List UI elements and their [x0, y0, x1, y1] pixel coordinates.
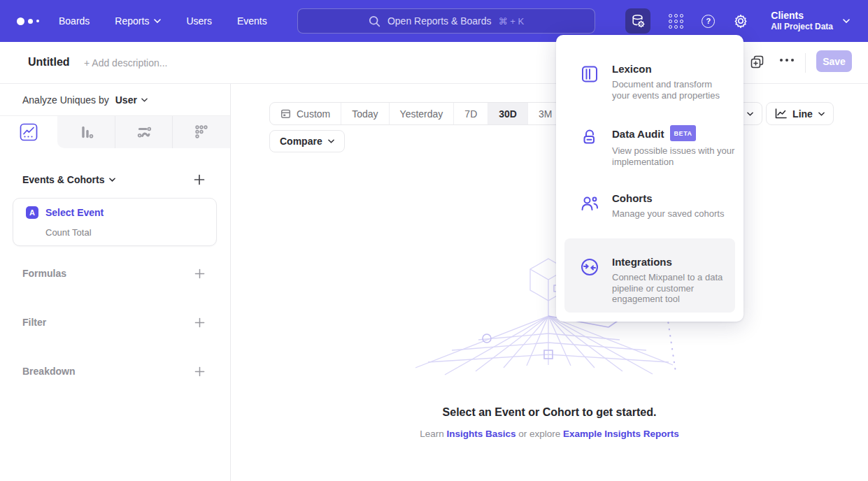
add-breakdown-button[interactable]	[194, 366, 205, 377]
example-reports-link[interactable]: Example Insights Reports	[563, 429, 679, 439]
empty-state-title: Select an Event or Cohort to get started…	[231, 406, 868, 419]
nav-boards[interactable]: Boards	[59, 15, 90, 27]
data-audit-icon	[580, 127, 599, 147]
global-search-input[interactable]: Open Reports & Boards ⌘ + K	[297, 8, 595, 34]
analyze-by-dropdown[interactable]: User	[115, 94, 148, 106]
menu-item-lexicon[interactable]: Lexicon Document and transform your even…	[564, 63, 735, 101]
filter-label: Filter	[22, 317, 46, 328]
calendar-icon	[280, 108, 291, 119]
menu-item-description: Document and transform your events and p…	[612, 79, 720, 101]
date-range-30d[interactable]: 30D	[488, 103, 527, 124]
header-divider	[805, 53, 806, 73]
chevron-down-icon	[109, 178, 115, 182]
formulas-section: Formulas	[0, 266, 230, 280]
chart-type-dropdown[interactable]: Line	[766, 102, 834, 125]
duplicate-icon[interactable]	[750, 55, 764, 69]
menu-item-description: Manage your saved cohorts	[612, 208, 724, 220]
menu-item-data-audit[interactable]: Data Audit BETA View possible issues wit…	[564, 126, 735, 167]
search-shortcut: ⌘ + K	[499, 16, 525, 27]
report-title[interactable]: Untitled	[28, 56, 70, 69]
empty-state-subtitle: Learn Insights Basics or explore Example…	[231, 429, 868, 439]
metrics-dots-icon	[193, 124, 210, 141]
bar-chart-tab[interactable]	[57, 116, 115, 148]
data-management-button[interactable]	[625, 8, 650, 34]
project-name: All Project Data	[771, 22, 833, 32]
menu-item-cohorts[interactable]: Cohorts Manage your saved cohorts	[564, 192, 735, 220]
flow-chart-tab[interactable]	[115, 116, 172, 148]
insights-basics-link[interactable]: Insights Basics	[446, 429, 515, 439]
mixpanel-logo[interactable]	[17, 17, 45, 25]
more-options-button[interactable]	[780, 59, 794, 62]
project-selector[interactable]: Clients All Project Data	[771, 10, 850, 32]
event-card[interactable]: A Select Event Count Total	[13, 198, 217, 246]
breakdown-section: Breakdown	[0, 364, 230, 378]
breakdown-label: Breakdown	[22, 366, 75, 377]
query-sidebar: Analyze Uniques by User	[0, 84, 231, 481]
menu-item-title: Cohorts	[612, 192, 724, 205]
date-range-custom[interactable]: Custom	[270, 103, 341, 124]
cohorts-icon	[580, 194, 599, 213]
date-range-control: Custom Today Yesterday 7D 30D 3M 6M	[269, 102, 599, 125]
data-management-menu: Lexicon Document and transform your even…	[556, 35, 744, 322]
org-name: Clients	[771, 10, 833, 22]
flow-icon	[136, 124, 152, 141]
menu-item-title: Integrations	[612, 256, 723, 268]
chevron-down-icon	[747, 112, 753, 116]
add-filter-button[interactable]	[194, 317, 205, 328]
settings-gear-icon[interactable]	[733, 13, 748, 29]
apps-grid-icon[interactable]	[669, 14, 683, 29]
line-chart-icon	[775, 108, 787, 119]
event-badge: A	[26, 206, 38, 219]
bar-chart-icon	[78, 124, 94, 141]
search-icon	[369, 15, 380, 27]
chevron-down-icon	[843, 19, 850, 23]
menu-item-title: Lexicon	[612, 63, 720, 76]
chevron-down-icon	[818, 112, 825, 116]
chevron-down-icon	[141, 98, 148, 102]
chevron-down-icon	[154, 19, 161, 23]
analyze-row: Analyze Uniques by User	[0, 84, 230, 116]
compare-button[interactable]: Compare	[269, 130, 345, 152]
insights-line-icon	[20, 123, 38, 141]
lexicon-icon	[580, 64, 599, 84]
line-chart-tab[interactable]	[0, 116, 57, 148]
events-cohorts-label[interactable]: Events & Cohorts	[22, 174, 115, 185]
formulas-label: Formulas	[22, 268, 66, 279]
events-cohorts-header: Events & Cohorts	[0, 173, 230, 187]
date-range-7d[interactable]: 7D	[453, 103, 488, 124]
beta-badge: BETA	[670, 125, 695, 141]
search-placeholder: Open Reports & Boards	[387, 15, 492, 27]
nav-users[interactable]: Users	[186, 15, 212, 27]
analyze-label: Analyze Uniques by	[22, 94, 109, 106]
add-event-button[interactable]	[194, 174, 205, 185]
help-icon[interactable]: ?	[702, 15, 715, 28]
date-range-today[interactable]: Today	[341, 103, 388, 124]
metrics-tab[interactable]	[172, 116, 230, 148]
menu-item-description: View possible issues with your implement…	[612, 145, 734, 167]
nav-events[interactable]: Events	[237, 15, 267, 27]
menu-item-description: Connect Mixpanel to a data pipeline or c…	[612, 272, 723, 305]
integrations-icon	[580, 257, 599, 277]
chevron-down-icon	[328, 139, 334, 143]
count-total-dropdown[interactable]: Count Total	[45, 227, 92, 238]
chart-type-tabs	[0, 116, 230, 148]
add-description-field[interactable]: + Add description...	[84, 57, 167, 69]
add-formula-button[interactable]	[194, 268, 205, 279]
save-button[interactable]: Save	[816, 50, 852, 72]
select-event-button[interactable]: Select Event	[45, 207, 104, 218]
nav-reports[interactable]: Reports	[115, 15, 161, 27]
menu-item-integrations[interactable]: Integrations Connect Mixpanel to a data …	[564, 238, 735, 313]
filter-section: Filter	[0, 315, 230, 329]
date-range-yesterday[interactable]: Yesterday	[389, 103, 454, 124]
menu-item-title: Data Audit BETA	[612, 126, 734, 142]
database-gear-icon	[631, 14, 646, 29]
